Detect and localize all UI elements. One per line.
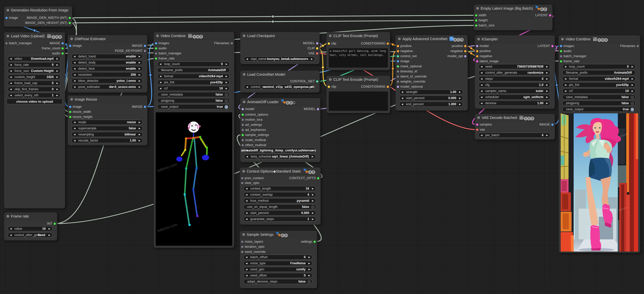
svg-text:edance.com: edance.com xyxy=(156,222,178,233)
svg-text:edance.com: edance.com xyxy=(156,162,178,173)
